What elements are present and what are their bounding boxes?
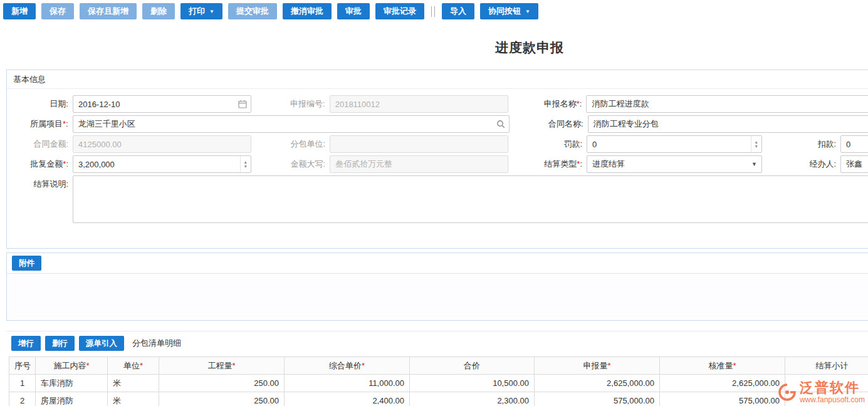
source-import-button[interactable]: 源单引入 xyxy=(79,336,124,351)
attachment-header: 附件 xyxy=(7,253,868,274)
penalty-label: 罚款: xyxy=(508,135,587,153)
attachment-empty-area xyxy=(7,274,868,320)
contract-amount-input: 4125000.00 xyxy=(73,135,251,153)
subcontract-unit-label: 分包单位: xyxy=(251,135,330,153)
print-button-label: 打印 xyxy=(189,6,205,17)
cell-approved-amount[interactable]: 575,000.00 xyxy=(660,392,785,406)
chevron-down-icon[interactable]: ▼ xyxy=(751,161,757,167)
delete-button[interactable]: 删除 xyxy=(142,3,175,19)
penalty-input[interactable]: 0 ▲▼ xyxy=(587,135,762,153)
cell-declared-amount[interactable]: 2,625,000.00 xyxy=(535,375,660,392)
approval-record-button[interactable]: 审批记录 xyxy=(375,3,424,19)
operator-value: 张鑫 xyxy=(846,159,868,170)
approved-amount-label: 批复金额*: xyxy=(13,155,73,173)
deduction-input[interactable]: 0 ▲▼ xyxy=(840,135,868,153)
cell-unit[interactable]: 米 xyxy=(108,375,159,392)
cell-seq: 2 xyxy=(9,392,36,406)
cell-construction-content[interactable]: 房屋消防 xyxy=(36,392,108,406)
deduction-label: 扣款: xyxy=(762,135,840,153)
import-button[interactable]: 导入 xyxy=(442,3,474,19)
revoke-approval-button[interactable]: 撤消审批 xyxy=(283,3,332,19)
cell-quantity[interactable]: 250.00 xyxy=(159,392,285,406)
operator-input[interactable]: 张鑫 xyxy=(840,155,868,173)
contract-name-label: 合同名称: xyxy=(510,115,588,133)
project-input[interactable]: 龙湖三千里小区 xyxy=(73,115,510,133)
col-quantity: 工程量* xyxy=(159,357,285,375)
calendar-icon[interactable] xyxy=(238,100,247,108)
detail-toolbar: 增行 删行 源单引入 分包清单明细 xyxy=(6,336,868,351)
cell-seq: 1 xyxy=(9,375,36,392)
step-up-icon[interactable]: ▲ xyxy=(755,140,758,144)
collab-button[interactable]: 协同按钮▼ xyxy=(480,3,538,19)
cell-unit[interactable]: 米 xyxy=(108,392,159,406)
cell-unit-price[interactable]: 11,000.00 xyxy=(285,375,410,392)
approved-amount-input[interactable]: 3,200,000 ▲▼ xyxy=(73,155,251,173)
contract-amount-label: 合同金额: xyxy=(13,135,73,153)
project-value: 龙湖三千里小区 xyxy=(78,118,496,130)
settlement-type-select[interactable]: 进度结算 ▼ xyxy=(587,155,762,173)
cell-approved-amount[interactable]: 2,625,000.00 xyxy=(660,375,785,392)
declare-name-label: 申报名称*: xyxy=(508,95,587,113)
attachment-button[interactable]: 附件 xyxy=(12,256,41,271)
detail-section: 增行 删行 源单引入 分包清单明细 序号 施工内容* 单位* 工程量* 综合单价… xyxy=(6,331,868,406)
basic-info-section-title: 基本信息 xyxy=(7,70,868,89)
print-button[interactable]: 打印▼ xyxy=(180,3,222,19)
cell-settlement-subtotal[interactable] xyxy=(785,392,868,406)
settlement-type-value: 进度结算 xyxy=(592,159,751,170)
chevron-down-icon: ▼ xyxy=(209,9,214,14)
table-row: 2 房屋消防 米 250.00 2,400.00 2,300.00 575,00… xyxy=(9,392,868,406)
step-up-icon[interactable]: ▲ xyxy=(244,160,248,164)
cell-total-price[interactable]: 10,500.00 xyxy=(410,375,535,392)
col-unit-price: 综合单价* xyxy=(285,357,410,375)
operator-label: 经办人: xyxy=(762,155,840,173)
col-seq: 序号 xyxy=(9,357,36,375)
add-row-button[interactable]: 增行 xyxy=(11,336,41,351)
settlement-type-label: 结算类型*: xyxy=(508,155,587,173)
step-down-icon[interactable]: ▼ xyxy=(755,144,758,148)
cell-construction-content[interactable]: 车库消防 xyxy=(36,375,108,392)
step-down-icon[interactable]: ▼ xyxy=(244,164,248,169)
contract-name-value: 消防工程专业分包 xyxy=(593,118,868,130)
settlement-note-textarea[interactable] xyxy=(73,175,868,223)
attachment-section: 附件 xyxy=(6,252,868,321)
table-header-row: 序号 施工内容* 单位* 工程量* 综合单价* 合价 申报量* 核准量* 结算小… xyxy=(9,357,868,375)
penalty-value: 0 xyxy=(592,140,751,149)
project-label: 所属项目*: xyxy=(13,115,73,133)
save-button[interactable]: 保存 xyxy=(41,3,74,19)
declare-no-input: 2018110012 xyxy=(330,95,508,113)
declare-name-input[interactable]: 消防工程进度款 xyxy=(586,95,868,113)
col-settlement-subtotal: 结算小计 xyxy=(785,357,868,375)
col-unit: 单位* xyxy=(108,357,159,375)
cell-unit-price[interactable]: 2,400.00 xyxy=(285,392,410,406)
cell-declared-amount[interactable]: 575,000.00 xyxy=(535,392,660,406)
table-row: 1 车库消防 米 250.00 11,000.00 10,500.00 2,62… xyxy=(9,375,868,392)
page: 新增 保存 保存且新增 删除 打印▼ 提交审批 撤消审批 审批 审批记录 导入 … xyxy=(0,0,868,406)
collab-button-label: 协同按钮 xyxy=(488,6,521,17)
cell-settlement-subtotal[interactable] xyxy=(785,375,868,392)
deduction-value: 0 xyxy=(846,140,868,149)
search-icon[interactable] xyxy=(496,120,505,128)
approved-amount-value: 3,200,000 xyxy=(78,160,240,169)
number-stepper[interactable]: ▲▼ xyxy=(240,156,251,172)
page-title: 进度款申报 xyxy=(0,38,868,57)
contract-name-input[interactable]: 消防工程专业分包 xyxy=(588,115,868,133)
col-construction-content: 施工内容* xyxy=(36,357,108,375)
amount-in-words-label: 金额大写: xyxy=(251,155,330,173)
col-approved-amount: 核准量* xyxy=(660,357,785,375)
save-and-new-button[interactable]: 保存且新增 xyxy=(80,3,137,19)
cell-total-price[interactable]: 2,300.00 xyxy=(410,392,535,406)
date-label: 日期: xyxy=(13,95,73,113)
detail-table: 序号 施工内容* 单位* 工程量* 综合单价* 合价 申报量* 核准量* 结算小… xyxy=(9,357,868,406)
contract-amount-value: 4125000.00 xyxy=(78,140,246,149)
delete-row-button[interactable]: 删行 xyxy=(45,336,75,351)
declare-name-value: 消防工程进度款 xyxy=(592,98,868,110)
date-input[interactable]: 2016-12-10 xyxy=(73,95,251,113)
toolbar-divider xyxy=(431,6,435,17)
cell-quantity[interactable]: 250.00 xyxy=(159,375,285,392)
new-button[interactable]: 新增 xyxy=(3,3,36,19)
approve-button[interactable]: 审批 xyxy=(337,3,370,19)
col-declared-amount: 申报量* xyxy=(535,357,660,375)
number-stepper[interactable]: ▲▼ xyxy=(751,136,761,152)
declare-no-label: 申报编号: xyxy=(251,95,330,113)
submit-approval-button[interactable]: 提交审批 xyxy=(228,3,277,19)
